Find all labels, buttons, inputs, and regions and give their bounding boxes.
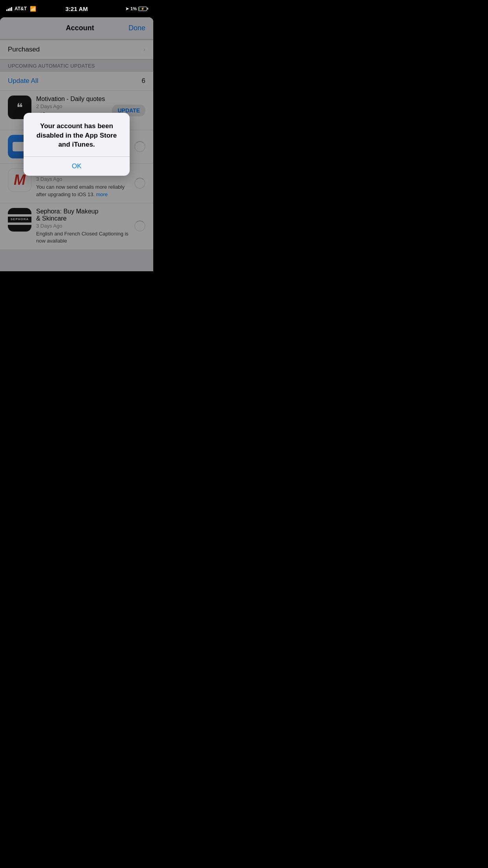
alert-ok-button[interactable]: OK bbox=[24, 157, 130, 176]
wifi-icon: 📶 bbox=[30, 6, 36, 12]
battery-fill bbox=[139, 7, 139, 10]
main-sheet: Account Done Purchased › UPCOMING AUTOMA… bbox=[0, 17, 153, 271]
alert-overlay: Your account has been disabled in the Ap… bbox=[0, 17, 153, 271]
alert-content: Your account has been disabled in the Ap… bbox=[24, 113, 130, 156]
alert-actions: OK bbox=[24, 157, 130, 176]
status-right: ➤ 1% ⚡ bbox=[125, 6, 147, 11]
carrier-label: AT&T bbox=[15, 6, 27, 11]
status-bar: AT&T 📶 3:21 AM ➤ 1% ⚡ bbox=[0, 0, 153, 17]
location-icon: ➤ bbox=[125, 6, 129, 11]
status-time: 3:21 AM bbox=[66, 6, 88, 12]
battery-percent: 1% bbox=[130, 6, 137, 11]
alert-message: Your account has been disabled in the Ap… bbox=[30, 121, 123, 149]
bolt-icon: ⚡ bbox=[141, 7, 145, 11]
status-left: AT&T 📶 bbox=[6, 6, 36, 12]
signal-bars-icon bbox=[6, 6, 12, 11]
battery-icon: ⚡ bbox=[138, 7, 147, 11]
battery-tip bbox=[147, 8, 148, 10]
alert-dialog: Your account has been disabled in the Ap… bbox=[24, 113, 130, 176]
